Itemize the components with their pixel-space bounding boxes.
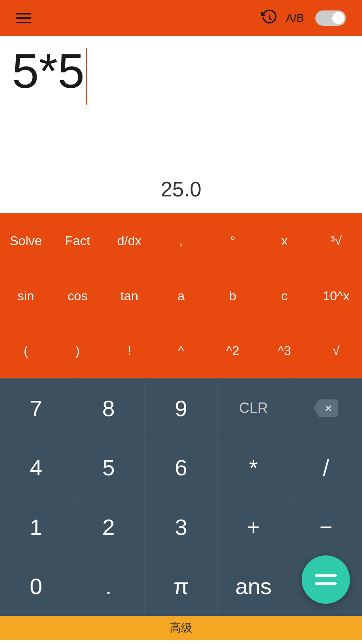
key-backspace[interactable] — [290, 379, 362, 438]
num-row: 456*/ — [0, 438, 362, 497]
func-key-fact[interactable]: Fact — [52, 213, 104, 268]
key-1[interactable]: 1 — [0, 497, 72, 557]
func-key-sin[interactable]: sin — [0, 268, 52, 324]
func-key-tan[interactable]: tan — [103, 268, 155, 324]
key-9[interactable]: 9 — [145, 379, 217, 438]
history-icon[interactable] — [261, 10, 278, 27]
func-key-open-paren[interactable]: ( — [0, 323, 52, 378]
func-key-sqrt[interactable]: √ — [310, 323, 362, 378]
func-key-ten-power[interactable]: 10^x — [310, 268, 362, 324]
key-pi[interactable]: π — [145, 557, 217, 616]
key-minus[interactable]: − — [290, 497, 362, 557]
func-key-factorial[interactable]: ! — [103, 323, 155, 378]
key-3[interactable]: 3 — [145, 497, 217, 557]
key-plus[interactable]: + — [218, 497, 290, 557]
func-key-solve[interactable]: Solve — [0, 213, 52, 268]
ab-toggle[interactable] — [315, 10, 346, 26]
num-row: 789CLR — [0, 378, 362, 438]
func-key-power[interactable]: ^ — [155, 323, 207, 378]
func-key-cube[interactable]: ^3 — [259, 323, 311, 378]
num-row: 123+− — [0, 497, 362, 557]
equals-button[interactable] — [302, 555, 350, 604]
func-row: sincostanabc10^x — [0, 268, 362, 324]
key-4[interactable]: 4 — [0, 438, 72, 497]
func-key-comma[interactable]: , — [155, 213, 207, 268]
cursor — [86, 48, 87, 105]
header: A/B — [0, 0, 362, 36]
key-ans[interactable]: ans — [218, 557, 290, 616]
func-key-var-x[interactable]: x — [259, 213, 311, 268]
func-key-degree[interactable]: ° — [207, 213, 259, 268]
key-dot[interactable]: . — [72, 557, 145, 616]
expression-area: 5*5 — [12, 36, 350, 105]
func-key-var-c[interactable]: c — [259, 268, 311, 324]
func-key-square[interactable]: ^2 — [207, 323, 259, 378]
ab-label: A/B — [286, 12, 304, 25]
header-controls: A/B — [261, 10, 346, 27]
key-clr[interactable]: CLR — [218, 379, 290, 438]
func-key-close-paren[interactable]: ) — [52, 323, 104, 378]
func-key-ddx[interactable]: d/dx — [103, 213, 155, 268]
key-2[interactable]: 2 — [72, 497, 145, 557]
func-key-cube-root[interactable]: ³√ — [310, 213, 362, 268]
function-keys: SolveFactd/dx,°x³√sincostanabc10^x()!^^2… — [0, 213, 362, 378]
func-row: ()!^^2^3√ — [0, 323, 362, 378]
key-6[interactable]: 6 — [145, 438, 217, 497]
key-8[interactable]: 8 — [72, 379, 145, 438]
key-0[interactable]: 0 — [0, 557, 72, 616]
expression-display: 5*5 — [12, 44, 84, 97]
footer-label[interactable]: 高级 — [170, 620, 192, 636]
display-area: 5*5 25.0 — [0, 36, 362, 213]
key-5[interactable]: 5 — [72, 438, 145, 497]
result-display: 25.0 — [12, 177, 350, 201]
footer[interactable]: 高级 — [0, 616, 362, 640]
equals-icon — [315, 574, 337, 585]
key-multiply[interactable]: * — [218, 438, 290, 497]
backspace-icon — [314, 399, 338, 417]
func-key-cos[interactable]: cos — [52, 268, 104, 324]
key-divide[interactable]: / — [290, 438, 362, 497]
func-row: SolveFactd/dx,°x³√ — [0, 213, 362, 268]
func-key-var-b[interactable]: b — [207, 268, 259, 324]
key-7[interactable]: 7 — [0, 379, 72, 438]
menu-button[interactable] — [16, 13, 31, 23]
func-key-var-a[interactable]: a — [155, 268, 207, 324]
